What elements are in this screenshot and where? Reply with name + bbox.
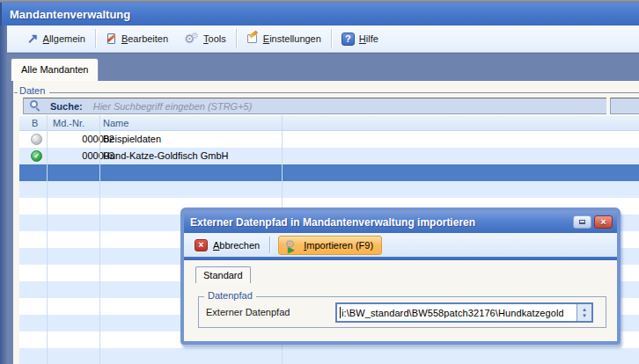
minimize-icon (579, 220, 585, 224)
column-header-b[interactable]: B (32, 118, 38, 128)
import-gear-icon: ⚙▶ (284, 238, 299, 252)
settings-document-icon (246, 33, 259, 45)
toolbar-label: Hilfe (359, 33, 378, 44)
toolbar-item-hilfe[interactable]: ? Hilfe (334, 28, 386, 49)
group-label-datenpfad: Datenpfad (204, 290, 256, 301)
search-label: Suche: (50, 101, 83, 112)
green-check-icon: ✓ (31, 150, 42, 162)
toolbar-label: Einstellungen (263, 33, 321, 44)
spinner-down-icon: ▼ (582, 313, 587, 319)
spinner-up-icon: ▲ (582, 307, 587, 313)
arrow-up-right-icon: ↗ (27, 33, 39, 45)
window-title: Mandantenverwaltung (2, 8, 130, 21)
search-input-end[interactable] (610, 98, 639, 114)
toolbar-label: Tools (203, 33, 226, 44)
table-empty-row[interactable] (19, 348, 639, 364)
table-row[interactable]: ✓ 000002 Beispieldaten (19, 131, 639, 148)
toolbar-separator (331, 29, 332, 48)
toolbar-label: Allgemein (43, 33, 85, 44)
path-value: i:\BW_standard\BW558patch32176\Hundkatze… (342, 308, 563, 318)
import-dialog: Externer Datenpfad in Mandantenverwaltun… (180, 207, 621, 345)
gray-check-icon: ✓ (31, 134, 42, 145)
main-toolbar: ↗ Allgemein Bearbeiten ⚙⚙ Tools Einstell… (7, 25, 639, 53)
cell-name: Hund-Katze-Goldfisch GmbH (103, 150, 228, 161)
cell-name: Beispieldaten (103, 134, 161, 144)
search-input[interactable]: Suche: Hier Suchbegriff eingeben (STRG+5… (23, 98, 606, 114)
toolbar-item-tools[interactable]: ⚙⚙ Tools (176, 28, 234, 49)
table-empty-row[interactable] (19, 181, 639, 198)
search-placeholder: Hier Suchbegriff eingeben (STRG+5) (93, 101, 253, 112)
column-gridline (99, 115, 100, 364)
app-window: Mandantenverwaltung ↗ Allgemein Bearbeit… (0, 0, 639, 364)
importieren-label: Importieren (F9) (304, 240, 373, 251)
tab-standard[interactable]: Standard (195, 266, 251, 283)
toolbar-item-einstellungen[interactable]: Einstellungen (239, 28, 329, 49)
group-label-daten: Daten (18, 85, 47, 96)
help-icon: ? (342, 33, 355, 46)
dialog-title-bar: Externer Datenpfad in Mandantenverwaltun… (184, 211, 617, 233)
window-left-edge (0, 25, 7, 364)
gears-icon: ⚙⚙ (184, 33, 199, 46)
datenpfad-groupbox: Datenpfad Externer Datenpfad i:\BW_stand… (198, 296, 606, 328)
externer-datenpfad-label: Externer Datenpfad (206, 307, 290, 317)
column-header-name[interactable]: Name (103, 118, 129, 128)
importieren-button[interactable]: ⚙▶ Importieren (F9) (278, 236, 382, 255)
groupbox-border (49, 92, 639, 93)
dialog-title: Externer Datenpfad in Mandantenverwaltun… (190, 216, 570, 229)
tab-alle-mandanten[interactable]: Alle Mandanten (11, 58, 99, 81)
toolbar-separator (269, 237, 270, 253)
text-caret (340, 307, 341, 318)
toolbar-item-allgemein[interactable]: ↗ Allgemein (19, 28, 93, 49)
search-icon (30, 100, 41, 112)
table-row-selected[interactable] (19, 164, 639, 181)
page-left-margin (7, 81, 13, 364)
close-icon: × (600, 217, 606, 227)
column-gridline (47, 115, 48, 364)
abbrechen-label: Abbrechen (213, 240, 260, 251)
minimize-button[interactable] (573, 215, 591, 229)
cancel-x-icon: × (195, 239, 208, 251)
close-button[interactable]: × (594, 215, 613, 229)
toolbar-label: Bearbeiten (121, 33, 168, 44)
toolbar-separator (95, 29, 96, 48)
abbrechen-button[interactable]: × Abbrechen (195, 239, 260, 251)
spinner-control[interactable]: ▲ ▼ (577, 304, 591, 321)
tab-strip (7, 53, 639, 81)
table-row[interactable]: ✓ 000003 Hund-Katze-Goldfisch GmbH (19, 148, 639, 164)
toolbar-separator (236, 29, 237, 48)
title-bar: Mandantenverwaltung (0, 3, 639, 25)
edit-tool-icon (106, 33, 117, 45)
dialog-body: Standard Datenpfad Externer Datenpfad i:… (184, 260, 617, 341)
table-header: B Md.-Nr. Name (19, 115, 639, 131)
externer-datenpfad-input[interactable]: i:\BW_standard\BW558patch32176\Hundkatze… (335, 302, 593, 323)
toolbar-item-bearbeiten[interactable]: Bearbeiten (98, 28, 176, 49)
dialog-toolbar: × Abbrechen ⚙▶ Importieren (F9) (184, 233, 617, 257)
column-header-mdnr[interactable]: Md.-Nr. (53, 118, 84, 128)
